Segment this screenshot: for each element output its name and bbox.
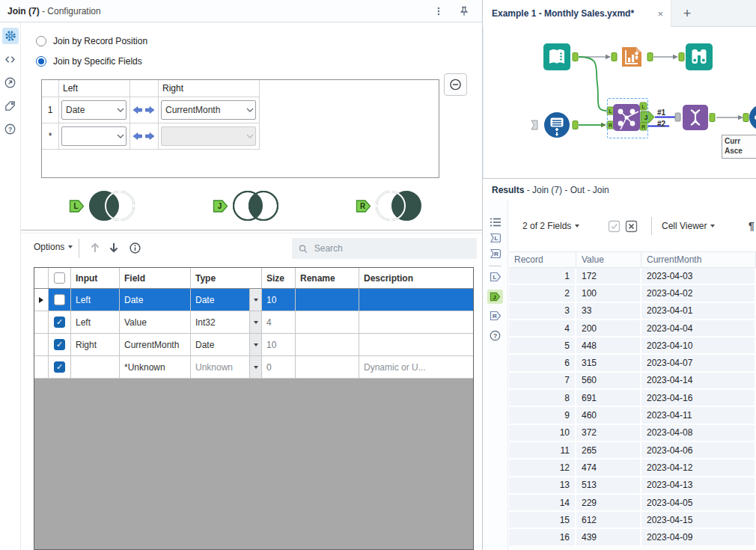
field-checkbox[interactable] — [49, 334, 71, 355]
pin-icon[interactable] — [457, 4, 472, 19]
results-cell[interactable]: 11 — [509, 442, 576, 459]
left-field-dropdown[interactable]: Date — [61, 100, 126, 120]
results-cell[interactable]: 2023-04-14 — [641, 373, 756, 390]
gear-icon[interactable] — [2, 28, 19, 44]
output-anchor-join-selected[interactable]: J — [483, 290, 507, 304]
cell-field[interactable]: *Unknown — [120, 356, 191, 378]
swap-fields-arrows[interactable] — [131, 132, 156, 141]
results-cell[interactable]: 16 — [509, 529, 576, 546]
results-cell[interactable]: 14 — [509, 495, 576, 512]
tool-browse[interactable] — [686, 43, 713, 70]
results-cell[interactable]: 6 — [509, 355, 576, 372]
left-field-dropdown-empty[interactable] — [61, 126, 126, 146]
results-cell[interactable]: 460 — [576, 407, 641, 424]
cell-input[interactable]: Left — [71, 289, 120, 311]
results-cell[interactable]: 172 — [576, 268, 641, 285]
cell-size[interactable]: 10 — [262, 334, 296, 355]
results-cell[interactable]: 4 — [509, 320, 576, 337]
results-cell[interactable]: 560 — [576, 373, 641, 390]
results-cell[interactable]: 3 — [509, 303, 576, 320]
cell-input[interactable]: Right — [71, 334, 120, 355]
type-dropdown-button[interactable] — [249, 356, 261, 378]
help-icon[interactable]: ? — [2, 120, 19, 137]
results-cell[interactable]: 5 — [509, 337, 576, 355]
options-menu-button[interactable]: Options — [34, 242, 73, 252]
results-cell[interactable]: 200 — [576, 320, 641, 337]
new-tab-button[interactable]: + — [671, 0, 703, 27]
results-cell[interactable]: 2023-04-07 — [641, 355, 756, 372]
results-cell[interactable]: 2023-04-16 — [641, 390, 756, 407]
field-checkbox[interactable] — [49, 311, 71, 333]
results-cell[interactable]: 439 — [576, 529, 641, 546]
type-dropdown-button[interactable] — [249, 334, 261, 355]
search-input[interactable] — [313, 242, 470, 254]
cell-description[interactable]: Dynamic or U... — [359, 356, 473, 378]
results-cell[interactable]: 2 — [509, 285, 576, 302]
results-cell[interactable]: 12 — [509, 459, 576, 477]
results-cell[interactable]: 229 — [576, 495, 641, 512]
cell-description[interactable] — [359, 311, 473, 333]
cell-description[interactable] — [359, 334, 473, 355]
cell-size[interactable]: 10 — [262, 289, 296, 311]
results-cell[interactable]: 7 — [509, 373, 576, 390]
list-view-icon[interactable] — [483, 217, 507, 227]
results-cell[interactable]: 2023-04-01 — [641, 303, 756, 320]
select-fields-icon[interactable] — [608, 213, 621, 239]
results-cell[interactable]: 474 — [576, 459, 641, 477]
results-cell[interactable]: 513 — [576, 477, 641, 495]
results-cell[interactable]: 13 — [509, 477, 576, 495]
info-icon[interactable] — [126, 239, 144, 257]
tool-text-input[interactable] — [543, 43, 570, 70]
more-options-icon[interactable] — [431, 4, 446, 19]
radio-join-by-record-position[interactable]: Join by Record Position — [36, 34, 147, 48]
swap-fields-arrows[interactable] — [131, 106, 156, 114]
results-cell[interactable]: 612 — [576, 512, 641, 529]
tool-generate-rows[interactable] — [543, 111, 570, 138]
results-cell[interactable]: 2023-04-08 — [641, 425, 756, 442]
field-checkbox[interactable] — [49, 289, 71, 311]
results-cell[interactable]: 315 — [576, 355, 641, 372]
results-cell[interactable]: 33 — [576, 303, 641, 320]
tool-annotation[interactable]: Curr Asce — [722, 135, 756, 159]
search-box[interactable] — [292, 238, 477, 259]
results-cell[interactable]: 2023-04-05 — [641, 495, 756, 512]
field-row-date[interactable]: Left Date Date 10 — [34, 289, 473, 311]
results-cell[interactable]: 8 — [509, 390, 576, 407]
results-cell[interactable]: 2023-04-13 — [641, 477, 756, 495]
cell-rename[interactable] — [296, 289, 359, 311]
field-row-unknown[interactable]: *Unknown Unknown 0 Dynamic or U... — [34, 356, 473, 379]
cell-size[interactable]: 4 — [262, 311, 296, 333]
xml-code-icon[interactable] — [2, 51, 19, 67]
field-row-value[interactable]: Left Value Int32 4 — [34, 311, 473, 334]
results-cell[interactable]: 9 — [509, 407, 576, 424]
tool-interactive-chart[interactable] — [618, 43, 645, 70]
results-help-icon[interactable]: ? — [483, 329, 507, 342]
workflow-tab[interactable]: Example 1 - Monthly Sales.yxmd* × — [483, 0, 671, 27]
cell-type-dropdown[interactable]: Date — [191, 289, 262, 311]
results-cell[interactable]: 2023-04-15 — [641, 512, 756, 529]
deselect-fields-icon[interactable] — [625, 213, 638, 239]
input-anchor-right[interactable]: R — [483, 248, 507, 260]
radio-circle[interactable] — [36, 36, 46, 46]
results-cell[interactable]: 100 — [576, 285, 641, 302]
cell-rename[interactable] — [296, 311, 359, 333]
show-whitespace-icon[interactable]: ¶ — [749, 213, 755, 239]
results-cell[interactable]: 2023-04-12 — [641, 459, 756, 477]
cell-field[interactable]: Date — [120, 289, 191, 311]
cell-rename[interactable] — [296, 356, 359, 378]
results-cell[interactable]: 2023-04-04 — [641, 320, 756, 337]
tag-icon[interactable] — [2, 97, 19, 114]
type-dropdown-button[interactable] — [249, 311, 261, 333]
column-header-record[interactable]: Record — [509, 251, 576, 268]
cell-input[interactable]: Left — [71, 311, 120, 333]
column-header-value[interactable]: Value — [576, 251, 641, 268]
tool-join[interactable] — [613, 104, 640, 131]
input-anchor-left[interactable]: L — [483, 232, 507, 244]
field-row-currentmonth[interactable]: Right CurrentMonth Date 10 — [34, 334, 473, 356]
workflow-canvas[interactable]: L R L J R — [483, 27, 756, 178]
close-tab-icon[interactable]: × — [657, 8, 663, 19]
cell-field[interactable]: Value — [120, 311, 191, 333]
right-field-dropdown[interactable]: CurrentMonth — [161, 100, 256, 120]
fields-dropdown[interactable]: 2 of 2 Fields — [522, 213, 579, 239]
cell-type-dropdown[interactable]: Int32 — [191, 311, 262, 333]
